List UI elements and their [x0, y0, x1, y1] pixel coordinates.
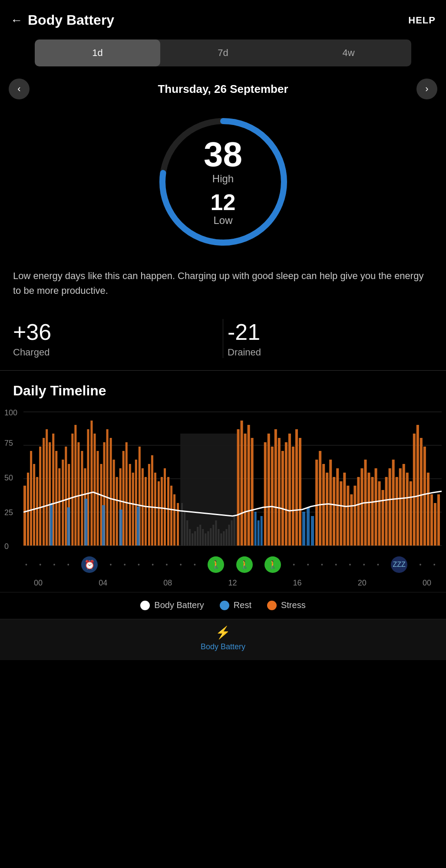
svg-rect-15: [46, 429, 48, 546]
svg-rect-82: [251, 438, 254, 546]
svg-rect-101: [295, 429, 298, 546]
svg-rect-122: [371, 477, 373, 546]
stats-row: +36 Charged -21 Drained: [0, 307, 446, 371]
svg-rect-96: [278, 438, 281, 546]
svg-rect-53: [167, 477, 169, 546]
tab-1d[interactable]: 1d: [35, 39, 160, 66]
x-label-04: 04: [93, 579, 113, 588]
svg-rect-86: [102, 505, 105, 546]
svg-rect-60: [189, 529, 191, 546]
svg-rect-80: [244, 434, 247, 546]
help-button[interactable]: HELP: [408, 15, 436, 26]
back-button[interactable]: ←: [10, 13, 23, 27]
bottom-nav: ⚡ Body Battery: [0, 619, 446, 660]
x-axis-labels: 00 04 08 12 16 20 00: [23, 577, 442, 588]
svg-rect-107: [319, 451, 321, 546]
drained-stat: -21 Drained: [228, 319, 433, 358]
charged-label: Charged: [13, 347, 218, 358]
svg-rect-93: [268, 434, 270, 546]
svg-rect-117: [353, 486, 356, 546]
low-label: Low: [204, 214, 242, 227]
svg-rect-23: [71, 434, 73, 546]
y-label-100: 100: [4, 408, 17, 418]
svg-rect-121: [367, 473, 370, 546]
page-title: Body Battery: [28, 12, 114, 28]
x-label-00: 00: [28, 579, 49, 588]
svg-rect-45: [142, 468, 144, 546]
svg-rect-92: [264, 442, 267, 546]
svg-rect-29: [90, 421, 93, 546]
svg-rect-71: [218, 529, 219, 546]
charged-stat: +36 Charged: [13, 319, 218, 358]
svg-rect-123: [375, 468, 377, 546]
tab-4w[interactable]: 4w: [286, 39, 411, 66]
svg-rect-51: [161, 477, 163, 546]
svg-rect-103: [302, 512, 305, 546]
next-date-button[interactable]: ›: [416, 79, 437, 99]
svg-rect-70: [215, 520, 217, 546]
svg-rect-76: [231, 520, 232, 546]
x-label-08: 08: [157, 579, 178, 588]
current-date: Thursday, 26 September: [158, 82, 288, 96]
svg-rect-90: [258, 520, 260, 546]
svg-rect-11: [33, 464, 35, 546]
svg-rect-106: [315, 460, 318, 546]
svg-rect-34: [106, 429, 109, 546]
svg-rect-89: [254, 512, 257, 546]
svg-rect-57: [181, 503, 183, 546]
drained-label: Drained: [228, 347, 433, 358]
svg-rect-10: [30, 451, 32, 546]
svg-rect-81: [248, 425, 250, 546]
svg-rect-124: [378, 481, 381, 546]
svg-rect-79: [241, 421, 243, 546]
svg-rect-12: [36, 477, 38, 546]
y-label-50: 50: [4, 473, 13, 483]
svg-rect-64: [199, 525, 201, 546]
svg-rect-72: [220, 533, 222, 546]
svg-rect-125: [382, 490, 384, 546]
svg-rect-83: [50, 503, 53, 546]
legend-dot-orange: [267, 601, 277, 610]
high-value: 38: [204, 137, 242, 172]
svg-rect-140: [434, 503, 436, 546]
svg-rect-9: [27, 473, 29, 546]
svg-rect-85: [84, 499, 87, 546]
circle-values: 38 High 12 Low: [204, 137, 242, 227]
svg-rect-77: [234, 516, 235, 546]
svg-rect-119: [360, 468, 363, 546]
walk-icon-3: 🚶: [264, 556, 281, 573]
svg-rect-113: [340, 481, 342, 546]
legend-label-body-battery: Body Battery: [154, 600, 204, 610]
svg-rect-74: [225, 529, 227, 546]
svg-rect-46: [145, 477, 147, 546]
prev-date-button[interactable]: ‹: [9, 79, 30, 99]
battery-nav-icon: ⚡: [215, 625, 231, 640]
svg-rect-8: [23, 486, 26, 546]
svg-rect-134: [413, 434, 416, 546]
svg-rect-91: [261, 516, 263, 546]
drained-value: -21: [228, 319, 433, 345]
svg-rect-111: [333, 477, 335, 546]
svg-rect-61: [192, 533, 193, 546]
svg-rect-50: [158, 481, 160, 546]
svg-rect-35: [110, 438, 112, 546]
legend-dot-blue: [220, 601, 229, 610]
svg-rect-84: [67, 507, 70, 546]
tab-7d[interactable]: 7d: [160, 39, 286, 66]
chart-area: 100 75 50 25 0: [0, 403, 446, 588]
bottom-nav-body-battery[interactable]: ⚡ Body Battery: [201, 625, 245, 651]
legend-dot-white: [140, 601, 150, 610]
svg-rect-102: [299, 438, 301, 546]
chart-svg: [23, 408, 442, 551]
charged-value: +36: [13, 319, 218, 345]
svg-rect-130: [399, 468, 402, 546]
svg-rect-112: [336, 468, 339, 546]
svg-rect-25: [77, 442, 79, 546]
low-value: 12: [204, 191, 242, 214]
svg-rect-129: [396, 477, 398, 546]
legend-body-battery: Body Battery: [140, 600, 204, 610]
legend-rest: Rest: [220, 600, 251, 610]
svg-rect-136: [420, 438, 423, 546]
svg-rect-73: [223, 531, 225, 546]
svg-rect-31: [97, 451, 99, 546]
